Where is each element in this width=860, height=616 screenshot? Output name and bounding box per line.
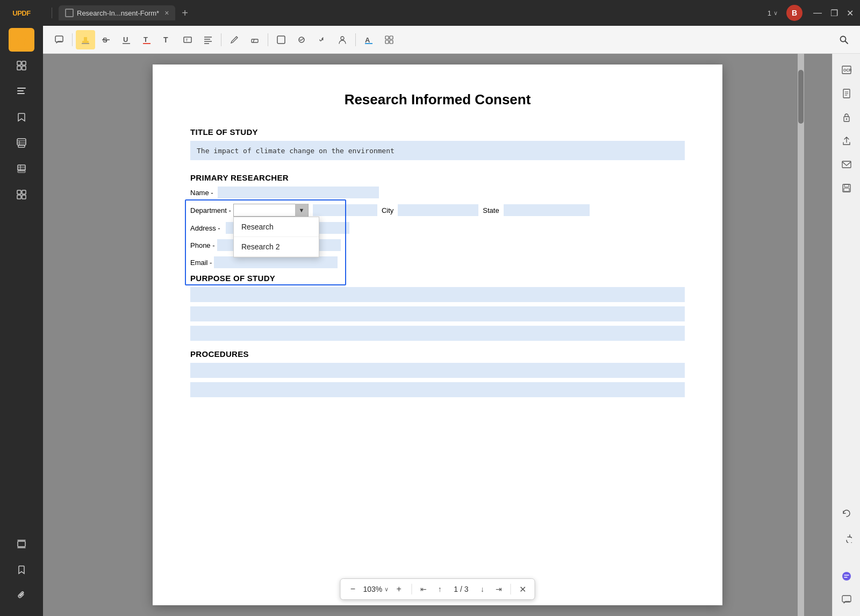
- state-label: State: [483, 206, 499, 214]
- page-indicator-chevron[interactable]: ∨: [773, 10, 778, 17]
- tab-file-icon: [65, 9, 74, 17]
- person-tool[interactable]: [333, 30, 352, 49]
- sidebar-item-highlight[interactable]: [9, 28, 34, 52]
- new-tab-button[interactable]: +: [182, 7, 188, 19]
- scrollbar[interactable]: [798, 54, 804, 616]
- zoom-in-button[interactable]: +: [391, 581, 407, 597]
- brush-tool[interactable]: A: [359, 30, 378, 49]
- strikethrough-tool[interactable]: S: [96, 30, 116, 49]
- page-number: 1: [768, 9, 771, 17]
- last-page-button[interactable]: ⇥: [491, 582, 506, 597]
- purpose-line-2: [190, 306, 685, 321]
- right-lock-button[interactable]: [837, 108, 856, 127]
- department-select[interactable]: ▼: [233, 204, 309, 217]
- close-button[interactable]: ✕: [847, 8, 854, 18]
- shape-tool[interactable]: [271, 30, 291, 49]
- sidebar-item-bookmarks[interactable]: [9, 105, 34, 129]
- svg-point-45: [341, 37, 344, 40]
- svg-rect-21: [22, 195, 26, 199]
- svg-rect-5: [17, 88, 26, 89]
- svg-rect-33: [143, 43, 150, 44]
- purpose-line-1: [190, 287, 685, 302]
- search-button[interactable]: [834, 30, 854, 49]
- department-select-arrow[interactable]: ▼: [295, 204, 308, 217]
- zoom-display: 103% ∨: [363, 585, 389, 593]
- shape-dropdown[interactable]: [292, 30, 311, 49]
- document-title: Research Informed Consent: [190, 91, 685, 108]
- svg-text:U: U: [123, 35, 128, 44]
- svg-rect-50: [385, 40, 389, 44]
- tab-close-button[interactable]: ×: [164, 9, 169, 17]
- right-chat-button[interactable]: [837, 567, 856, 586]
- svg-line-53: [845, 41, 848, 44]
- sidebar-item-annotations[interactable]: [9, 80, 34, 103]
- svg-rect-19: [22, 190, 26, 194]
- text-box-tool[interactable]: T: [178, 30, 197, 49]
- svg-text:T: T: [185, 38, 188, 42]
- first-page-button[interactable]: ⇤: [416, 582, 431, 597]
- next-page-button[interactable]: ↓: [475, 582, 490, 597]
- bar-close-button[interactable]: ✕: [515, 582, 531, 597]
- name-input[interactable]: [218, 187, 379, 198]
- sidebar-item-stack[interactable]: [9, 532, 34, 556]
- right-mail-button[interactable]: [837, 155, 856, 174]
- sidebar-item-security[interactable]: [9, 131, 34, 155]
- purpose-line-3: [190, 326, 685, 341]
- active-tab[interactable]: Research-In...nsent-Form* ×: [59, 5, 175, 20]
- svg-rect-25: [55, 36, 63, 42]
- user-avatar[interactable]: B: [786, 5, 802, 21]
- sidebar-item-bookmark-bottom[interactable]: [9, 558, 34, 582]
- email-input[interactable]: [214, 256, 338, 268]
- eraser-tool[interactable]: [245, 30, 264, 49]
- sidebar-item-stickers[interactable]: [9, 183, 34, 206]
- restore-button[interactable]: ❐: [830, 8, 838, 18]
- align-tool[interactable]: [198, 30, 218, 49]
- toolbar-right: [834, 30, 854, 49]
- text-format-tool[interactable]: T: [157, 30, 177, 49]
- sidebar-item-paperclip[interactable]: [9, 584, 34, 607]
- purpose-content: [190, 287, 685, 341]
- dropdown-option-research[interactable]: Research: [234, 217, 319, 237]
- svg-rect-20: [17, 195, 21, 199]
- svg-rect-65: [844, 188, 849, 191]
- scrollbar-thumb[interactable]: [798, 70, 804, 124]
- minimize-button[interactable]: —: [813, 8, 822, 18]
- link-tool[interactable]: [312, 30, 332, 49]
- phone-label: Phone -: [190, 241, 215, 249]
- bottom-bar: − 103% ∨ + ⇤ ↑ 1 / 3: [340, 575, 535, 603]
- right-ocr-button[interactable]: OCR: [837, 60, 856, 80]
- sidebar-item-thumbnails[interactable]: [9, 54, 34, 77]
- comment-tool[interactable]: [49, 30, 69, 49]
- zoom-controls: − 103% ∨ + ⇤ ↑ 1 / 3: [340, 578, 535, 600]
- right-comment-button[interactable]: [837, 590, 856, 610]
- right-share-button[interactable]: [837, 131, 856, 151]
- state-input[interactable]: [504, 204, 590, 216]
- sidebar-item-layers[interactable]: [9, 157, 34, 181]
- prev-page-button[interactable]: ↑: [432, 582, 447, 597]
- underline-tool[interactable]: U: [117, 30, 136, 49]
- undo-button[interactable]: [837, 504, 856, 524]
- text-color-tool[interactable]: T: [137, 30, 156, 49]
- svg-rect-8: [17, 139, 26, 145]
- dropdown-option-research2[interactable]: Research 2: [234, 237, 319, 257]
- right-save-button[interactable]: [837, 178, 856, 198]
- left-sidebar: UPDF: [0, 0, 43, 616]
- right-page-button[interactable]: [837, 84, 856, 103]
- svg-rect-48: [385, 36, 389, 39]
- svg-rect-64: [844, 184, 849, 187]
- redo-button[interactable]: [837, 528, 856, 547]
- city-label: City: [382, 206, 393, 214]
- main-area: Research-In...nsent-Form* × + 1 ∨ B — ❐ …: [43, 0, 860, 616]
- svg-rect-17: [18, 171, 25, 173]
- department-extra-field[interactable]: [313, 204, 377, 216]
- svg-rect-26: [82, 41, 89, 43]
- zoom-chevron[interactable]: ∨: [384, 586, 389, 593]
- grid-tool[interactable]: [379, 30, 399, 49]
- zoom-out-button[interactable]: −: [345, 581, 361, 597]
- highlight-tool[interactable]: [76, 30, 95, 49]
- svg-rect-2: [22, 61, 26, 65]
- toolbar: S U T T T: [43, 26, 860, 54]
- department-label: Department -: [190, 206, 231, 214]
- city-input[interactable]: [398, 204, 478, 216]
- pen-tool[interactable]: [225, 30, 244, 49]
